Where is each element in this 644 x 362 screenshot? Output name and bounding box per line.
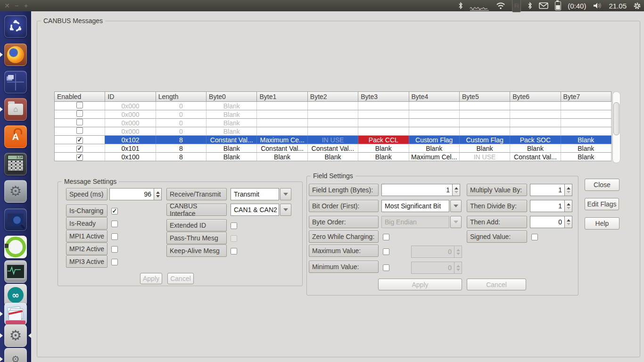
- field-cancel-button[interactable]: Cancel: [467, 279, 526, 290]
- table-cell[interactable]: 0x000: [105, 127, 156, 136]
- table-cell[interactable]: 0: [156, 119, 206, 127]
- field-length-spin-buttons[interactable]: [452, 184, 460, 196]
- table-cell[interactable]: Blank: [409, 144, 459, 153]
- enabled-cell[interactable]: [55, 136, 105, 144]
- table-cell[interactable]: [307, 119, 358, 127]
- launcher-item-gear-stack[interactable]: ⚙: [4, 348, 27, 362]
- table-cell[interactable]: Constant Val...: [257, 144, 307, 153]
- bluetooth-icon-2[interactable]: [528, 0, 532, 11]
- table-cell[interactable]: Pack CCL: [358, 136, 409, 144]
- byte-order-dropdown-button[interactable]: [450, 216, 462, 228]
- enabled-cell[interactable]: [55, 144, 105, 153]
- divide-spinbox[interactable]: 1: [530, 200, 572, 212]
- session-gear-icon[interactable]: [633, 0, 641, 11]
- window-close-button[interactable]: ✕: [3, 1, 11, 10]
- column-header-byte6[interactable]: Byte6: [510, 92, 561, 102]
- launcher-item-doc-stack[interactable]: [4, 303, 27, 325]
- speed-spinbox[interactable]: 96: [109, 188, 162, 200]
- table-cell[interactable]: Maximum Cel...: [409, 153, 459, 161]
- receive-transmit-dropdown-button[interactable]: [280, 188, 291, 200]
- launcher-item-software-center[interactable]: A: [4, 125, 27, 148]
- table-cell[interactable]: Maximum Ce...: [257, 136, 307, 144]
- clock[interactable]: 21.05: [609, 2, 627, 10]
- enabled-cell[interactable]: [55, 119, 105, 127]
- table-cell[interactable]: Blank: [206, 119, 257, 127]
- table-cell[interactable]: 0x000: [105, 110, 156, 119]
- column-header-byte5[interactable]: Byte5: [459, 92, 510, 102]
- add-spinbox[interactable]: 0: [530, 216, 572, 228]
- launcher-item-files[interactable]: ⌂: [4, 98, 27, 121]
- column-header-byte0[interactable]: Byte0: [206, 92, 257, 102]
- sound-icon[interactable]: [593, 0, 602, 11]
- table-scrollbar[interactable]: [612, 91, 620, 163]
- table-cell[interactable]: Constant Val...: [510, 153, 561, 161]
- table-cell[interactable]: IN USE: [459, 153, 510, 161]
- column-header-byte3[interactable]: Byte3: [358, 92, 409, 102]
- table-cell[interactable]: Blank: [561, 136, 611, 144]
- multiply-spinbox[interactable]: 1: [530, 184, 572, 196]
- table-cell[interactable]: 8: [156, 136, 206, 144]
- wifi-icon[interactable]: [496, 0, 505, 11]
- table-row[interactable]: 0x0000Blank: [55, 119, 611, 127]
- table-cell[interactable]: 8: [156, 144, 206, 153]
- table-cell[interactable]: Blank: [358, 153, 409, 161]
- help-button[interactable]: Help: [585, 217, 619, 230]
- table-row[interactable]: 0x0000Blank: [55, 110, 611, 119]
- table-cell[interactable]: Blank: [561, 153, 611, 161]
- fi-indicator[interactable]: Fi: [512, 0, 521, 12]
- column-header-byte1[interactable]: Byte1: [257, 92, 307, 102]
- table-cell[interactable]: 0: [156, 110, 206, 119]
- table-cell[interactable]: [510, 110, 561, 119]
- enabled-checkbox[interactable]: [76, 154, 83, 161]
- table-row[interactable]: 0x1018BlankConstant Val...Constant Val..…: [55, 144, 611, 153]
- column-header-byte4[interactable]: Byte4: [409, 92, 459, 102]
- table-cell[interactable]: [409, 110, 459, 119]
- toggle-mpi1-active-checkbox[interactable]: [111, 233, 118, 240]
- launcher-item-screenshot-lens[interactable]: [4, 208, 27, 231]
- battery-icon[interactable]: [555, 0, 561, 11]
- table-cell[interactable]: [459, 119, 510, 127]
- canbus-interface-combo[interactable]: CAN1 & CAN2: [231, 204, 291, 216]
- divide-spin-buttons[interactable]: [564, 200, 572, 212]
- table-cell[interactable]: [510, 119, 561, 127]
- table-cell[interactable]: Constant Val...: [307, 144, 358, 153]
- table-cell[interactable]: [459, 102, 510, 110]
- column-header-byte7[interactable]: Byte7: [561, 92, 611, 102]
- toggle-pass-thru-mesg-checkbox[interactable]: [231, 235, 237, 242]
- message-apply-button[interactable]: Apply: [140, 273, 162, 284]
- toggle-is-ready-checkbox[interactable]: [111, 221, 118, 227]
- enabled-checkbox[interactable]: [76, 137, 83, 144]
- column-header-byte2[interactable]: Byte2: [307, 92, 358, 102]
- launcher-item-green-ring-app[interactable]: [4, 236, 27, 258]
- maximum-value-checkbox[interactable]: [383, 248, 389, 255]
- table-cell[interactable]: Blank: [358, 144, 409, 153]
- enabled-cell[interactable]: [55, 102, 105, 110]
- table-cell[interactable]: IN USE: [307, 136, 358, 144]
- table-cell[interactable]: Blank: [510, 144, 561, 153]
- table-cell[interactable]: Blank: [206, 102, 257, 110]
- bit-order-combo[interactable]: Most Significant Bit: [381, 200, 462, 212]
- launcher-item-workspaces[interactable]: [4, 71, 27, 93]
- table-cell[interactable]: [307, 127, 358, 136]
- enabled-checkbox[interactable]: [76, 119, 83, 125]
- column-header-id[interactable]: ID: [105, 92, 156, 102]
- table-cell[interactable]: 0: [156, 127, 206, 136]
- table-cell[interactable]: [561, 127, 611, 136]
- toggle-extended-id-checkbox[interactable]: [231, 222, 237, 229]
- table-cell[interactable]: [561, 102, 611, 110]
- enabled-checkbox[interactable]: [76, 127, 83, 134]
- table-row[interactable]: 0x1008BlankBlankBlankBlankMaximum Cel...…: [55, 153, 611, 161]
- edit-flags-button[interactable]: Edit Flags: [585, 198, 619, 210]
- multiply-spin-buttons[interactable]: [564, 184, 572, 196]
- mail-icon[interactable]: [539, 0, 548, 11]
- table-cell[interactable]: [257, 127, 307, 136]
- launcher-item-firefox[interactable]: [4, 43, 27, 66]
- column-header-length[interactable]: Length: [156, 92, 206, 102]
- receive-transmit-combo[interactable]: Transmit: [231, 188, 291, 200]
- signed-value-checkbox[interactable]: [531, 234, 538, 240]
- toggle-mpi3-active-checkbox[interactable]: [111, 259, 118, 265]
- launcher-item-system-monitor[interactable]: [4, 260, 27, 283]
- table-cell[interactable]: Constant Val...: [206, 136, 257, 144]
- table-cell[interactable]: [459, 110, 510, 119]
- enabled-checkbox[interactable]: [76, 146, 83, 152]
